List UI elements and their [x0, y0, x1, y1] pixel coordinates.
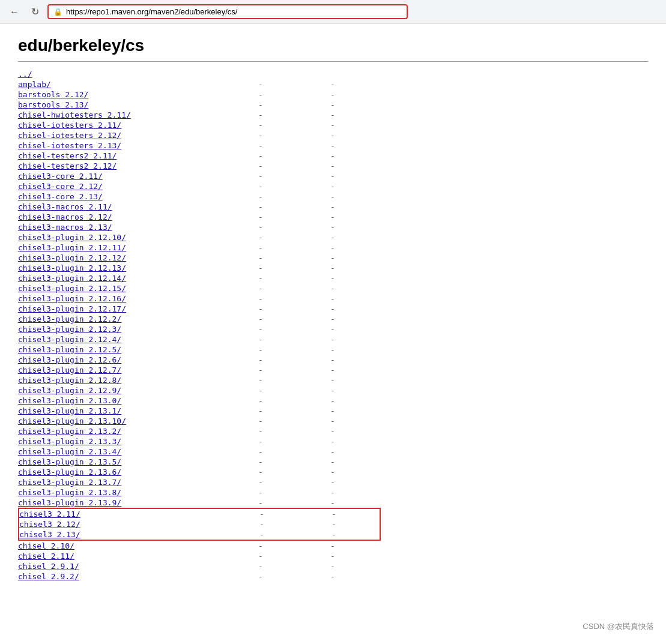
file-size: -	[330, 447, 378, 456]
file-size: -	[331, 510, 380, 519]
file-link[interactable]: chisel3-plugin 2.12.13/	[18, 263, 126, 272]
file-link[interactable]: chisel3-core 2.13/	[18, 192, 103, 201]
file-date: -	[258, 131, 330, 140]
file-link[interactable]: chisel3-plugin 2.12.3/	[18, 325, 121, 334]
file-link[interactable]: chisel3-plugin 2.13.2/	[18, 427, 121, 436]
list-item: chisel3-macros 2.13/--	[18, 222, 648, 232]
list-item: chisel3-macros 2.12/--	[18, 212, 648, 222]
file-size: -	[330, 376, 378, 385]
file-size: -	[330, 274, 378, 283]
file-size: -	[330, 406, 378, 415]
file-link[interactable]: chisel3-plugin 2.12.12/	[18, 253, 126, 262]
file-link[interactable]: barstools 2.13/	[18, 100, 88, 109]
file-size: -	[330, 182, 378, 191]
file-date: -	[258, 386, 330, 395]
file-date: -	[258, 562, 330, 571]
file-size: -	[330, 498, 378, 507]
file-date: -	[258, 366, 330, 375]
file-size: -	[331, 530, 380, 539]
file-link[interactable]: chisel3-plugin 2.12.5/	[18, 345, 121, 354]
file-link[interactable]: chisel3-plugin 2.12.6/	[18, 355, 121, 364]
file-link[interactable]: chisel3-plugin 2.12.2/	[18, 314, 121, 324]
file-link[interactable]: chisel3-macros 2.13/	[18, 223, 112, 232]
file-size: -	[330, 325, 378, 334]
refresh-button[interactable]: ↻	[28, 4, 43, 20]
file-link[interactable]: chisel-iotesters 2.13/	[18, 141, 121, 150]
file-date: -	[258, 202, 330, 211]
file-size: -	[330, 552, 378, 561]
file-link[interactable]: barstools 2.12/	[18, 90, 88, 99]
file-link[interactable]: chisel3-plugin 2.13.8/	[18, 488, 121, 497]
file-link[interactable]: chisel3-plugin 2.12.8/	[18, 376, 121, 385]
list-item: chisel3-plugin 2.12.17/--	[18, 304, 648, 314]
file-link[interactable]: chisel3-plugin 2.12.16/	[18, 294, 126, 303]
list-item: chisel3-plugin 2.13.10/--	[18, 416, 648, 426]
file-link[interactable]: chisel3-plugin 2.13.9/	[18, 498, 121, 507]
file-link[interactable]: chisel3-plugin 2.13.0/	[18, 396, 121, 405]
file-link[interactable]: chisel3-macros 2.11/	[18, 202, 112, 211]
list-item: chisel-iotesters 2.12/--	[18, 130, 648, 140]
file-size: -	[330, 202, 378, 211]
file-link[interactable]: chisel3 2.12/	[19, 520, 80, 529]
file-size: -	[330, 161, 378, 170]
file-size: -	[330, 386, 378, 395]
list-item: ../	[18, 69, 648, 79]
file-link[interactable]: chisel3-plugin 2.13.5/	[18, 457, 121, 466]
file-link[interactable]: ../	[18, 70, 32, 79]
list-item: chisel3-core 2.12/--	[18, 181, 648, 191]
list-item: chisel 2.10/--	[18, 541, 648, 551]
file-link[interactable]: chisel3 2.13/	[19, 530, 80, 539]
back-button[interactable]: ←	[6, 4, 23, 20]
file-date: -	[258, 100, 330, 109]
address-bar[interactable]	[66, 7, 402, 16]
list-item: chisel-testers2 2.11/--	[18, 151, 648, 161]
file-link[interactable]: chisel-iotesters 2.12/	[18, 131, 121, 140]
file-size: -	[330, 100, 378, 109]
file-link[interactable]: chisel 2.9.1/	[18, 562, 79, 571]
file-link[interactable]: chisel3-plugin 2.12.17/	[18, 304, 126, 313]
file-link[interactable]: chisel3-plugin 2.12.9/	[18, 386, 121, 395]
file-link[interactable]: chisel-testers2 2.11/	[18, 151, 117, 160]
file-size: -	[330, 121, 378, 130]
file-link[interactable]: chisel3-plugin 2.13.1/	[18, 406, 121, 415]
file-link[interactable]: chisel3-plugin 2.12.10/	[18, 233, 126, 242]
file-link[interactable]: chisel-testers2 2.12/	[18, 161, 117, 170]
file-link[interactable]: chisel3-core 2.11/	[18, 172, 103, 181]
file-date: -	[258, 406, 330, 415]
file-link[interactable]: chisel3-plugin 2.13.4/	[18, 447, 121, 456]
file-link[interactable]: chisel-iotesters 2.11/	[18, 121, 121, 130]
file-date: -	[258, 274, 330, 283]
list-item: chisel3-core 2.13/--	[18, 191, 648, 202]
file-date: -	[258, 417, 330, 426]
file-link[interactable]: chisel 2.9.2/	[18, 572, 79, 581]
file-link[interactable]: chisel3 2.11/	[19, 510, 80, 519]
file-link[interactable]: amplab/	[18, 80, 51, 89]
file-link[interactable]: chisel3-plugin 2.12.7/	[18, 366, 121, 375]
file-link[interactable]: chisel3-plugin 2.13.7/	[18, 478, 121, 487]
list-item: chisel 2.9.2/--	[18, 571, 648, 582]
file-link[interactable]: chisel3-plugin 2.13.10/	[18, 417, 126, 426]
file-date: -	[258, 314, 330, 324]
file-link[interactable]: chisel3-plugin 2.12.4/	[18, 335, 121, 344]
list-item: chisel3-plugin 2.12.10/--	[18, 232, 648, 242]
file-link[interactable]: chisel3-plugin 2.12.11/	[18, 243, 126, 252]
file-date: -	[258, 192, 330, 201]
file-link[interactable]: chisel3-plugin 2.12.14/	[18, 274, 126, 283]
file-date: -	[258, 151, 330, 160]
list-item: chisel3-plugin 2.12.9/--	[18, 385, 648, 396]
file-date: -	[258, 80, 330, 89]
file-size: -	[330, 131, 378, 140]
list-item: chisel3 2.12/--	[19, 519, 380, 529]
file-link[interactable]: chisel3-macros 2.12/	[18, 212, 112, 221]
file-link[interactable]: chisel3-plugin 2.13.6/	[18, 468, 121, 477]
file-link[interactable]: chisel3-plugin 2.13.3/	[18, 437, 121, 446]
file-size: -	[330, 314, 378, 324]
file-link[interactable]: chisel 2.11/	[18, 552, 74, 561]
file-link[interactable]: chisel3-core 2.12/	[18, 182, 103, 191]
address-bar-wrapper: 🔒	[47, 4, 408, 19]
file-link[interactable]: chisel 2.10/	[18, 541, 74, 550]
file-link[interactable]: chisel-hwiotesters 2.11/	[18, 110, 131, 119]
list-item: chisel3-plugin 2.12.4/--	[18, 334, 648, 345]
file-date: -	[259, 530, 331, 539]
file-link[interactable]: chisel3-plugin 2.12.15/	[18, 284, 126, 293]
